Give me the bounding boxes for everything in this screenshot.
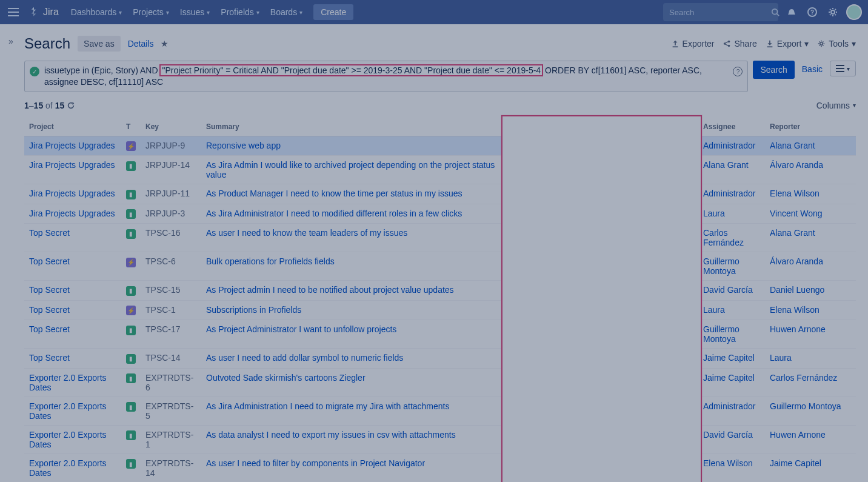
settings-icon[interactable] — [826, 5, 840, 19]
assignee-link[interactable]: Administrador — [703, 401, 755, 411]
create-button[interactable]: Create — [313, 4, 353, 20]
reporter-link[interactable]: Alana Grant — [770, 228, 815, 238]
issue-key-link[interactable]: TPSC-17 — [145, 324, 181, 334]
summary-link[interactable]: Reponsive web app — [206, 141, 281, 150]
jql-help-icon[interactable]: ? — [733, 67, 743, 76]
reporter-link[interactable]: Vincent Wong — [770, 209, 823, 218]
basic-link[interactable]: Basic — [800, 61, 825, 78]
project-link[interactable]: Jira Projects Upgrades — [29, 189, 115, 198]
summary-link[interactable]: As user I need to know the team leaders … — [206, 228, 407, 238]
table-row[interactable]: Exporter 2.0 Exports Dates ▮ EXPTRDTS-5 … — [24, 397, 856, 425]
assignee-link[interactable]: Guillermo Montoya — [703, 324, 739, 344]
issue-key-link[interactable]: EXPTRDTS-5 — [145, 401, 193, 421]
save-as-button[interactable]: Save as — [78, 36, 121, 52]
table-row[interactable]: Top Secret ▮ TPSC-14 As user I need to a… — [24, 349, 856, 369]
assignee-link[interactable]: Alana Grant — [703, 160, 749, 170]
columns-button[interactable]: Columns ▾ — [816, 101, 856, 110]
nav-boards[interactable]: Boards▾ — [265, 5, 307, 19]
table-row[interactable]: Top Secret ▮ TPSC-17 As Project Administ… — [24, 320, 856, 349]
reporter-link[interactable]: Huwen Arnone — [770, 324, 826, 334]
share-button[interactable]: Share — [723, 39, 756, 49]
assignee-link[interactable]: David García — [703, 285, 753, 295]
issue-key-link[interactable]: EXPTRDTS-6 — [145, 373, 193, 392]
view-mode-button[interactable]: ▾ — [830, 61, 856, 76]
project-link[interactable]: Jira Projects Upgrades — [29, 160, 115, 170]
summary-link[interactable]: Outvoted Sade skirmish's cartoons Ziegle… — [206, 373, 366, 383]
table-row[interactable]: Jira Projects Upgrades ▮ JRPJUP-3 As Jir… — [24, 204, 856, 224]
issue-key-link[interactable]: TPSC-16 — [145, 228, 181, 238]
jira-logo[interactable]: Jira — [28, 6, 59, 18]
table-row[interactable]: Jira Projects Upgrades ▮ JRPJUP-14 As Ji… — [24, 156, 856, 184]
table-row[interactable]: Top Secret ▮ TPSC-16 As user I need to k… — [24, 224, 856, 252]
reporter-link[interactable]: Daniel Luengo — [770, 285, 824, 295]
issue-key-link[interactable]: TPSC-14 — [145, 353, 181, 363]
reporter-link[interactable]: Carlos Fernández — [770, 373, 837, 383]
col-header[interactable]: Project Priority — [505, 118, 567, 136]
reporter-link[interactable]: Elena Wilson — [770, 189, 820, 198]
reporter-link[interactable]: Elena Wilson — [770, 305, 820, 315]
project-link[interactable]: Exporter 2.0 Exports Dates — [29, 458, 107, 478]
issue-key-link[interactable]: EXPTRDTS-1 — [145, 430, 193, 449]
assignee-link[interactable]: Administrador — [703, 141, 755, 150]
assignee-link[interactable]: Elena Wilson — [703, 458, 753, 468]
assignee-link[interactable]: Carlos Fernández — [703, 228, 744, 247]
project-link[interactable]: Top Secret — [29, 305, 70, 315]
menu-icon[interactable] — [6, 8, 21, 16]
col-header[interactable]: Reporter — [765, 118, 856, 136]
help-icon[interactable]: ? — [805, 5, 820, 19]
reporter-link[interactable]: Álvaro Aranda — [770, 160, 823, 170]
issue-key-link[interactable]: JRPJUP-14 — [145, 160, 190, 170]
table-row[interactable]: Top Secret ⚡ TPSC-6 Bulk operations for … — [24, 252, 856, 281]
col-header[interactable]: Project — [24, 118, 121, 136]
tools-button[interactable]: Tools ▾ — [817, 39, 856, 49]
reporter-link[interactable]: Álvaro Aranda — [770, 256, 823, 266]
summary-link[interactable]: As data analyst I need to export my issu… — [206, 430, 456, 440]
nav-profields[interactable]: Profields▾ — [216, 5, 264, 19]
table-row[interactable]: Jira Projects Upgrades ▮ JRPJUP-11 As Pr… — [24, 184, 856, 204]
jql-input[interactable]: ✓ issuetype in (Epic, Story) AND "Projec… — [24, 61, 748, 92]
project-link[interactable]: Exporter 2.0 Exports Dates — [29, 430, 107, 449]
col-header[interactable]: Assignee — [698, 118, 765, 136]
nav-dashboards[interactable]: Dashboards▾ — [66, 5, 127, 19]
table-row[interactable]: Jira Projects Upgrades ⚡ JRPJUP-9 Repons… — [24, 136, 856, 156]
assignee-link[interactable]: Jaime Capitel — [703, 373, 755, 383]
nav-issues[interactable]: Issues▾ — [175, 5, 215, 19]
project-link[interactable]: Exporter 2.0 Exports Dates — [29, 373, 107, 392]
project-link[interactable]: Jira Projects Upgrades — [29, 141, 115, 150]
summary-link[interactable]: As Jira Admin I would like to archived p… — [206, 160, 495, 179]
assignee-link[interactable]: Guillermo Montoya — [703, 256, 739, 276]
search-input[interactable] — [669, 8, 771, 17]
project-link[interactable]: Top Secret — [29, 228, 70, 238]
project-link[interactable]: Exporter 2.0 Exports Dates — [29, 401, 107, 421]
summary-link[interactable]: As Jira Administrator I need to modified… — [206, 209, 462, 218]
project-link[interactable]: Top Secret — [29, 353, 70, 363]
issue-key-link[interactable]: JRPJUP-11 — [145, 189, 190, 198]
search-button[interactable]: Search — [753, 61, 794, 79]
issue-key-link[interactable]: TPSC-15 — [145, 285, 181, 295]
assignee-link[interactable]: Laura — [703, 209, 725, 218]
refresh-icon[interactable] — [67, 101, 75, 110]
assignee-link[interactable]: Administrador — [703, 189, 755, 198]
col-header[interactable]: Summary — [201, 118, 505, 136]
issue-key-link[interactable]: JRPJUP-9 — [145, 141, 185, 150]
exporter-button[interactable]: Exporter — [671, 39, 715, 49]
reporter-link[interactable]: Jaime Capitel — [770, 458, 821, 468]
summary-link[interactable]: As Jira Administration I need to migrate… — [206, 401, 450, 411]
user-avatar[interactable] — [846, 4, 862, 20]
summary-link[interactable]: As Project Administrator I want to unfol… — [206, 324, 396, 334]
table-row[interactable]: Exporter 2.0 Exports Dates ▮ EXPTRDTS-1 … — [24, 425, 856, 454]
details-link[interactable]: Details — [128, 39, 154, 49]
sidebar-toggle-icon[interactable]: » — [5, 35, 17, 47]
reporter-link[interactable]: Alana Grant — [770, 141, 815, 150]
table-row[interactable]: Top Secret ▮ TPSC-15 As Project admin I … — [24, 281, 856, 301]
issue-key-link[interactable]: TPSC-6 — [145, 256, 176, 266]
reporter-link[interactable]: Guillermo Montoya — [770, 401, 841, 411]
assignee-link[interactable]: Jaime Capitel — [703, 353, 755, 363]
assignee-link[interactable]: David García — [703, 430, 753, 440]
summary-link[interactable]: Bulk operations for Profields fields — [206, 256, 335, 266]
reporter-link[interactable]: Huwen Arnone — [770, 430, 826, 440]
col-header[interactable]: Project due date↑ — [567, 118, 639, 136]
project-link[interactable]: Jira Projects Upgrades — [29, 209, 115, 218]
col-header[interactable]: Project Status — [639, 118, 698, 136]
notifications-icon[interactable] — [784, 5, 799, 19]
